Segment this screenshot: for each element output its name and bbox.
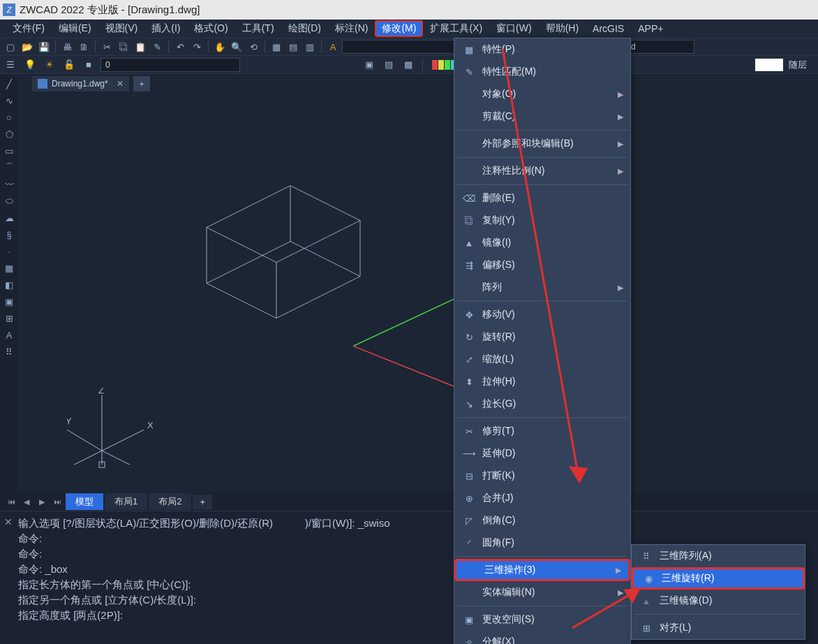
new-tab-button[interactable]: ＋ [133, 76, 150, 91]
menu-view[interactable]: 视图(V) [98, 20, 145, 37]
zoomprev-icon[interactable]: ⟲ [246, 39, 261, 54]
modify-menu-item[interactable]: ✎特性匹配(M) [454, 61, 630, 83]
tool-palette-icon[interactable]: ▥ [302, 39, 318, 54]
menu-arcgis[interactable]: ArcGIS [586, 21, 631, 36]
new-icon[interactable]: ▢ [3, 39, 18, 54]
modify-menu-item[interactable]: ⬍拉伸(H) [454, 370, 630, 393]
zoom-icon[interactable]: 🔍 [229, 39, 244, 54]
3dops-submenu-item[interactable]: ⟁三维镜像(D) [632, 590, 805, 612]
modify-menu-item[interactable]: ◸倒角(C) [454, 509, 630, 532]
drawing-canvas[interactable]: Drawing1.dwg* ✕ ＋ Z X Y [18, 74, 818, 493]
modify-menu-item[interactable]: ↘拉长(G) [454, 393, 630, 415]
cmd-close-icon[interactable]: ✕ [4, 514, 13, 530]
matchprop-icon[interactable]: ✎ [149, 39, 165, 54]
menu-edit[interactable]: 编辑(E) [52, 20, 98, 37]
lock-icon[interactable]: 🔓 [61, 57, 77, 73]
menu-help[interactable]: 帮助(H) [539, 20, 586, 37]
menu-draw[interactable]: 绘图(D) [281, 20, 328, 37]
modify-menu-item[interactable]: 对象(O)▶ [454, 83, 630, 105]
modify-menu-item[interactable]: ▦特性(P) [454, 38, 630, 61]
modify-menu-item[interactable]: ⊕合并(J) [454, 487, 630, 509]
modify-menu-item[interactable]: ▲镜像(I) [454, 232, 630, 254]
cut-icon[interactable]: ✂ [99, 39, 114, 54]
modify-menu-item[interactable]: ◜圆角(F) [454, 532, 630, 554]
design-center-icon[interactable]: ▤ [285, 39, 301, 54]
menu-file[interactable]: 文件(F) [6, 20, 52, 37]
menu-tools[interactable]: 工具(T) [235, 20, 281, 37]
tab-next-icon[interactable]: ▶ [35, 495, 49, 508]
block3-icon[interactable]: ▩ [401, 57, 416, 73]
modify-menu-item[interactable]: ✂修剪(T) [454, 420, 630, 442]
modify-menu-item[interactable]: ↻旋转(R) [454, 326, 630, 348]
menu-appplus[interactable]: APP+ [631, 21, 670, 36]
undo-icon[interactable]: ↶ [172, 39, 188, 54]
3dops-submenu-item[interactable]: ◉三维旋转(R) [632, 567, 805, 590]
modify-menu-item[interactable]: 三维操作(3)▶ [454, 559, 630, 581]
bylayer-lineweight[interactable]: 随层 [755, 59, 815, 71]
layercolor-icon[interactable]: ■ [81, 57, 96, 73]
layer-combo[interactable]: 0 [101, 58, 240, 72]
pline-icon[interactable]: ∿ [2, 93, 16, 107]
save-icon[interactable]: 💾 [36, 39, 52, 54]
point-icon[interactable]: · [2, 244, 16, 258]
modify-menu-item[interactable]: ✧分解(X) [454, 631, 630, 644]
menu-window[interactable]: 窗口(W) [489, 20, 539, 37]
modify-menu-item[interactable]: 外部参照和块编辑(B)▶ [454, 133, 630, 155]
tab-model[interactable]: 模型 [66, 493, 103, 510]
textstyle-icon[interactable]: A [325, 39, 341, 54]
modify-menu-item[interactable]: 阵列▶ [454, 276, 630, 299]
modify-menu-item[interactable]: 注释性比例(N)▶ [454, 160, 630, 182]
hatch-icon[interactable]: ▦ [2, 261, 16, 275]
doc-tab[interactable]: Drawing1.dwg* ✕ [32, 76, 129, 91]
line-icon[interactable]: ╱ [2, 77, 16, 91]
region-icon[interactable]: ▣ [2, 294, 16, 308]
tab-first-icon[interactable]: ⏮ [4, 495, 18, 508]
menu-dim[interactable]: 标注(N) [328, 20, 375, 37]
paste-icon[interactable]: 📋 [133, 39, 148, 54]
revcloud-icon[interactable]: § [2, 227, 16, 241]
modify-menu-item[interactable]: ▣更改空间(S) [454, 608, 630, 631]
redo-icon[interactable]: ↷ [189, 39, 204, 54]
cloud-icon[interactable]: ☁ [2, 211, 16, 225]
layermgr-icon[interactable]: ☰ [3, 57, 18, 73]
props-icon[interactable]: ▦ [269, 39, 284, 54]
gradient-icon[interactable]: ◧ [2, 278, 16, 292]
more-icon[interactable]: ⠿ [2, 345, 16, 359]
modify-menu-item[interactable]: 实体编辑(N)▶ [454, 581, 630, 604]
modify-menu-item[interactable]: ⌫删除(E) [454, 187, 630, 209]
polygon-icon[interactable]: ⬠ [2, 127, 16, 141]
modify-menu-item[interactable]: ⊟打断(K) [454, 465, 630, 487]
close-icon[interactable]: ✕ [117, 79, 124, 89]
tab-layout1[interactable]: 布局1 [105, 493, 147, 510]
menu-insert[interactable]: 插入(I) [144, 20, 187, 37]
block2-icon[interactable]: ▨ [381, 57, 396, 73]
tab-prev-icon[interactable]: ◀ [20, 495, 34, 508]
bulb-icon[interactable]: 💡 [22, 57, 38, 73]
copy-icon[interactable]: ⿻ [116, 39, 131, 54]
table-icon[interactable]: ⊞ [2, 311, 16, 325]
modify-menu-item[interactable]: 剪裁(C)▶ [454, 105, 630, 128]
tab-layout2[interactable]: 布局2 [149, 493, 191, 510]
menu-format[interactable]: 格式(O) [187, 20, 235, 37]
menu-modify[interactable]: 修改(M) [375, 20, 423, 37]
mtext-icon[interactable]: A [2, 328, 16, 342]
sun-icon[interactable]: ☀ [42, 57, 57, 73]
3dops-submenu-item[interactable]: ⊞对齐(L) [632, 617, 805, 639]
modify-menu-item[interactable]: ⟶延伸(D) [454, 442, 630, 465]
circle-icon[interactable]: ○ [2, 110, 16, 124]
plot-icon[interactable]: 🖶 [59, 39, 75, 54]
preview-icon[interactable]: 🗎 [76, 39, 91, 54]
rect-icon[interactable]: ▭ [2, 144, 16, 158]
block-icon[interactable]: ▣ [362, 57, 377, 73]
ellipse-icon[interactable]: ⬭ [2, 194, 16, 208]
3dops-submenu-item[interactable]: ⠿三维阵列(A) [632, 545, 805, 567]
modify-menu-item[interactable]: ✥移动(V) [454, 304, 630, 326]
tab-add[interactable]: + [193, 495, 212, 509]
tab-last-icon[interactable]: ⏭ [50, 495, 64, 508]
arc-icon[interactable]: ⌒ [2, 160, 16, 174]
open-icon[interactable]: 📂 [20, 39, 35, 54]
pan-icon[interactable]: ✋ [212, 39, 228, 54]
modify-menu-item[interactable]: ⿻复制(Y) [454, 209, 630, 232]
modify-menu-item[interactable]: ⇶偏移(S) [454, 254, 630, 276]
menu-ext[interactable]: 扩展工具(X) [423, 20, 489, 37]
